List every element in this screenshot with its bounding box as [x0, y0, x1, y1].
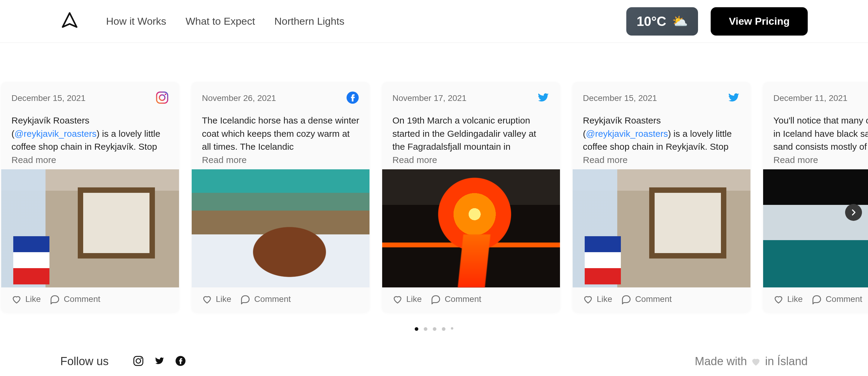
card-image	[192, 169, 370, 287]
read-more-link[interactable]: Read more	[393, 155, 550, 165]
comment-label: Comment	[254, 294, 290, 304]
comment-label: Comment	[64, 294, 100, 304]
facebook-icon[interactable]	[346, 91, 359, 105]
social-card: November 17, 2021 On 19th March a volcan…	[382, 82, 560, 312]
comment-label: Comment	[826, 294, 862, 304]
card-date: December 11, 2021	[773, 93, 847, 103]
view-pricing-button[interactable]: View Pricing	[711, 7, 808, 36]
like-label: Like	[216, 294, 231, 304]
card-text: Reykjavík Roasters (@reykjavik_roasters)…	[11, 114, 169, 154]
card-image	[572, 169, 750, 287]
card-image	[1, 169, 179, 287]
svg-rect-0	[157, 92, 168, 103]
like-label: Like	[787, 294, 803, 304]
nav-link-what-to-expect[interactable]: What to Expect	[186, 15, 255, 27]
carousel-next-button[interactable]	[845, 204, 862, 221]
svg-point-2	[164, 93, 166, 95]
card-image	[382, 169, 560, 287]
svg-point-6	[140, 357, 141, 358]
like-label: Like	[25, 294, 41, 304]
chevron-right-icon	[849, 208, 858, 217]
comment-label: Comment	[444, 294, 481, 304]
twitter-icon[interactable]	[536, 91, 550, 105]
comment-button[interactable]: Comment	[50, 294, 100, 304]
carousel-dot[interactable]	[424, 327, 427, 331]
carousel-dot[interactable]	[442, 327, 445, 331]
card-text: You'll notice that many of the beaches i…	[773, 114, 868, 154]
read-more-link[interactable]: Read more	[583, 155, 740, 165]
svg-point-5	[136, 358, 141, 363]
like-button[interactable]: Like	[202, 294, 231, 304]
handle-link[interactable]: @reykjavik_roasters	[586, 129, 668, 138]
weather-widget[interactable]: 10°C ⛅	[626, 7, 698, 36]
comment-label: Comment	[635, 294, 672, 304]
card-image	[763, 169, 868, 287]
card-text: The Icelandic horse has a dense winter c…	[202, 114, 359, 154]
handle-link[interactable]: @reykjavik_roasters	[14, 129, 96, 138]
like-button[interactable]: Like	[583, 294, 612, 304]
instagram-icon[interactable]	[133, 355, 144, 368]
nav-links: How it Works What to Expect Northern Lig…	[106, 15, 344, 27]
follow-us-label: Follow us	[60, 355, 109, 368]
cards-row: December 15, 2021 Reykjavík Roasters (@r…	[0, 82, 868, 312]
made-with-label: Made with in Ísland	[695, 355, 808, 368]
social-card: December 15, 2021 Reykjavík Roasters (@r…	[572, 82, 750, 312]
like-label: Like	[597, 294, 612, 304]
social-card: November 26, 2021 The Icelandic horse ha…	[192, 82, 370, 312]
follow-icons	[133, 355, 186, 368]
svg-point-1	[159, 95, 165, 100]
like-button[interactable]: Like	[393, 294, 422, 304]
weather-temp: 10°C	[637, 14, 666, 29]
instagram-icon[interactable]	[156, 91, 169, 105]
footer: Follow us Made with in Ísland	[0, 331, 868, 376]
comment-button[interactable]: Comment	[621, 294, 672, 304]
comment-button[interactable]: Comment	[240, 294, 290, 304]
carousel-dot[interactable]	[433, 327, 436, 331]
social-card: December 11, 2021 You'll notice that man…	[763, 82, 868, 312]
top-nav: How it Works What to Expect Northern Lig…	[0, 0, 868, 43]
card-date: November 26, 2021	[202, 93, 276, 103]
carousel-dot[interactable]	[415, 327, 418, 331]
social-carousel: December 15, 2021 Reykjavík Roasters (@r…	[0, 82, 868, 331]
like-button[interactable]: Like	[11, 294, 41, 304]
nav-link-northern-lights[interactable]: Northern Lights	[274, 15, 344, 27]
carousel-dots	[0, 327, 868, 331]
twitter-icon[interactable]	[727, 91, 740, 105]
svg-rect-4	[134, 356, 143, 366]
card-text: Reykjavík Roasters (@reykjavik_roasters)…	[583, 114, 740, 154]
read-more-link[interactable]: Read more	[11, 155, 169, 165]
card-date: December 15, 2021	[583, 93, 657, 103]
carousel-dot[interactable]	[451, 327, 453, 330]
read-more-link[interactable]: Read more	[202, 155, 359, 165]
heart-icon	[750, 356, 761, 367]
like-button[interactable]: Like	[773, 294, 803, 304]
comment-button[interactable]: Comment	[431, 294, 481, 304]
twitter-icon[interactable]	[154, 355, 165, 368]
logo-icon[interactable]	[60, 11, 79, 31]
card-date: November 17, 2021	[393, 93, 467, 103]
facebook-icon[interactable]	[175, 355, 186, 368]
comment-button[interactable]: Comment	[812, 294, 862, 304]
read-more-link[interactable]: Read more	[773, 155, 868, 165]
card-date: December 15, 2021	[11, 93, 86, 103]
weather-cloud-icon: ⛅	[672, 14, 688, 29]
like-label: Like	[406, 294, 422, 304]
nav-link-how-it-works[interactable]: How it Works	[106, 15, 166, 27]
card-text: On 19th March a volcanic eruption starte…	[393, 114, 550, 154]
social-card: December 15, 2021 Reykjavík Roasters (@r…	[1, 82, 179, 312]
